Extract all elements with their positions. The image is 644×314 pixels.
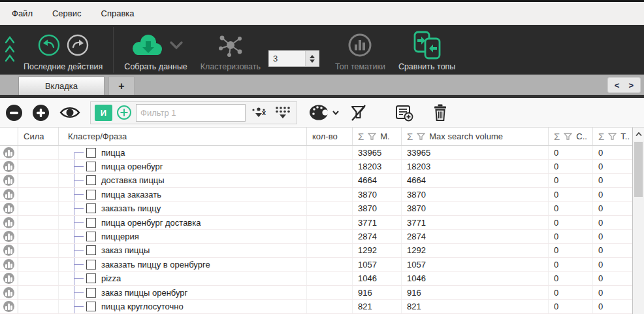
- filter-name-input[interactable]: [137, 108, 258, 118]
- strength-cell: [18, 216, 59, 229]
- table-row[interactable]: пицца оренбург доставка 3771 3771 0 0: [0, 216, 644, 230]
- tab-scroll-controls: < >: [607, 77, 641, 93]
- strength-cell: [18, 244, 59, 257]
- filter-funnel-icon[interactable]: [608, 133, 617, 140]
- spinner-buttons[interactable]: [305, 51, 319, 66]
- tab-label: Вкладка: [45, 81, 78, 91]
- table-row[interactable]: пиццерия 2874 2874 0 0: [0, 230, 644, 243]
- max-search-volume-cell: 1046: [402, 272, 549, 285]
- count-cell: [307, 202, 353, 215]
- phrase-checkbox[interactable]: [86, 273, 96, 283]
- header-strength[interactable]: Сила: [18, 128, 59, 145]
- c-cell: 0: [549, 146, 593, 159]
- phrase-checkbox[interactable]: [86, 190, 96, 200]
- m-cell: 33965: [353, 146, 402, 159]
- clear-filter-button[interactable]: [349, 104, 367, 122]
- ribbon-collapse-button[interactable]: [3, 25, 17, 75]
- t-cell: 0: [593, 272, 632, 285]
- phrase-checkbox[interactable]: [86, 260, 96, 270]
- tree-connector: [68, 244, 85, 257]
- phrase-cell: заказать пиццу: [59, 202, 307, 215]
- menu-file[interactable]: Файл: [12, 9, 33, 18]
- table-row[interactable]: пицца оренбург 18203 18203 0 0: [0, 160, 644, 173]
- chevron-down-icon[interactable]: [169, 41, 184, 50]
- m-cell: 4664: [353, 174, 402, 187]
- vertical-scrollbar[interactable]: [632, 128, 644, 314]
- tab-scroll-right-button[interactable]: >: [628, 80, 634, 90]
- eye-icon[interactable]: [59, 105, 81, 120]
- phrase-checkbox[interactable]: [86, 162, 96, 171]
- spinner-up-icon[interactable]: [310, 55, 315, 58]
- table-row[interactable]: доставка пиццы 4664 4664 0 0: [0, 174, 644, 188]
- add-tab-button[interactable]: +: [108, 77, 135, 95]
- phrase-label: заказ пиццы: [101, 245, 150, 255]
- delete-button[interactable]: [432, 103, 448, 122]
- spinner-value[interactable]: 3: [269, 51, 305, 66]
- phrase-stats-icon: [3, 273, 14, 284]
- header-m[interactable]: Σ M.: [353, 128, 402, 145]
- phrase-checkbox[interactable]: [86, 288, 96, 298]
- table-row[interactable]: пицца заказать 3870 3870 0 0: [0, 188, 644, 201]
- filter-funnel-icon[interactable]: [417, 133, 425, 140]
- phrase-checkbox[interactable]: [86, 203, 96, 213]
- phrase-checkbox[interactable]: [86, 302, 96, 311]
- tab-scroll-left-button[interactable]: <: [615, 80, 620, 90]
- top-topics-chart-icon[interactable]: [346, 31, 374, 59]
- cluster-network-icon[interactable]: [216, 32, 245, 58]
- sigma-icon[interactable]: Σ: [598, 131, 604, 142]
- scroll-up-button[interactable]: [633, 128, 644, 141]
- count-cell: [307, 188, 353, 201]
- tab-vkladka[interactable]: Вкладка: [18, 77, 105, 95]
- header-max-search-volume[interactable]: Σ Max search volume: [402, 128, 549, 145]
- tab-bar: Вкладка + < >: [0, 75, 644, 95]
- spinner-down-icon[interactable]: [310, 60, 315, 63]
- header-t[interactable]: Σ T..: [593, 128, 632, 145]
- phrase-stats-icon: [3, 245, 14, 256]
- filter-funnel-icon[interactable]: [564, 133, 572, 140]
- add-circle-button[interactable]: [32, 104, 50, 122]
- cloud-download-icon[interactable]: [129, 31, 164, 59]
- table-row[interactable]: pizza 1046 1046 0 0: [0, 272, 644, 286]
- table-row[interactable]: заказать пиццу в оренбурге 1057 1057 0 0: [0, 258, 644, 271]
- menu-service[interactable]: Сервис: [52, 9, 82, 18]
- collapse-all-icon[interactable]: [272, 104, 293, 121]
- collapse-level-icon[interactable]: [250, 104, 268, 121]
- menu-bar: Файл Сервис Справка: [0, 2, 644, 25]
- table-row[interactable]: заказ пиццы 1292 1292 0 0: [0, 244, 644, 258]
- redo-icon[interactable]: [66, 33, 89, 57]
- menu-help[interactable]: Справка: [101, 9, 135, 18]
- max-search-volume-cell: 3771: [402, 216, 549, 229]
- clusterize-depth-spinner[interactable]: 3: [268, 50, 319, 67]
- table-row[interactable]: пицца 33965 33965 0 0: [0, 146, 644, 160]
- sigma-icon[interactable]: Σ: [358, 131, 364, 142]
- toolbar-group-collect-data: Собрать данные: [118, 25, 193, 75]
- strength-cell: [18, 258, 59, 271]
- create-report-button[interactable]: [394, 104, 414, 122]
- count-cell: [307, 300, 353, 313]
- table-row[interactable]: заказать пиццу 3870 3870 0 0: [0, 202, 644, 216]
- filter-funnel-icon[interactable]: [368, 133, 376, 140]
- sigma-icon[interactable]: Σ: [554, 131, 560, 142]
- phrase-checkbox[interactable]: [86, 232, 96, 241]
- remove-circle-button[interactable]: [5, 104, 23, 122]
- color-marker-dropdown[interactable]: [308, 103, 340, 122]
- header-c[interactable]: Σ C..: [549, 128, 593, 145]
- phrase-checkbox[interactable]: [86, 245, 96, 255]
- and-condition-toggle[interactable]: И: [95, 105, 112, 121]
- header-count[interactable]: кол-во: [307, 128, 353, 145]
- undo-icon[interactable]: [37, 33, 61, 57]
- phrase-checkbox[interactable]: [86, 218, 96, 228]
- clusterize-label: Кластеризовать: [201, 62, 261, 71]
- header-icon-column[interactable]: [0, 128, 18, 145]
- phrase-checkbox[interactable]: [86, 175, 96, 185]
- phrase-label: заказ пиццы оренбург: [101, 288, 187, 298]
- table-row[interactable]: заказ пиццы оренбург 916 916 0 0: [0, 286, 644, 300]
- header-cluster-phrase[interactable]: Кластер/Фраза: [59, 128, 307, 145]
- sigma-icon[interactable]: Σ: [407, 131, 413, 142]
- scrollbar-thumb[interactable]: [634, 142, 643, 197]
- phrase-checkbox[interactable]: [86, 148, 96, 158]
- compare-documents-icon[interactable]: [411, 30, 443, 60]
- table-row[interactable]: пицца круглосуточно 821 821 0 0: [0, 300, 644, 313]
- phrase-cell: пиццерия: [59, 230, 307, 243]
- add-condition-icon[interactable]: [116, 105, 132, 120]
